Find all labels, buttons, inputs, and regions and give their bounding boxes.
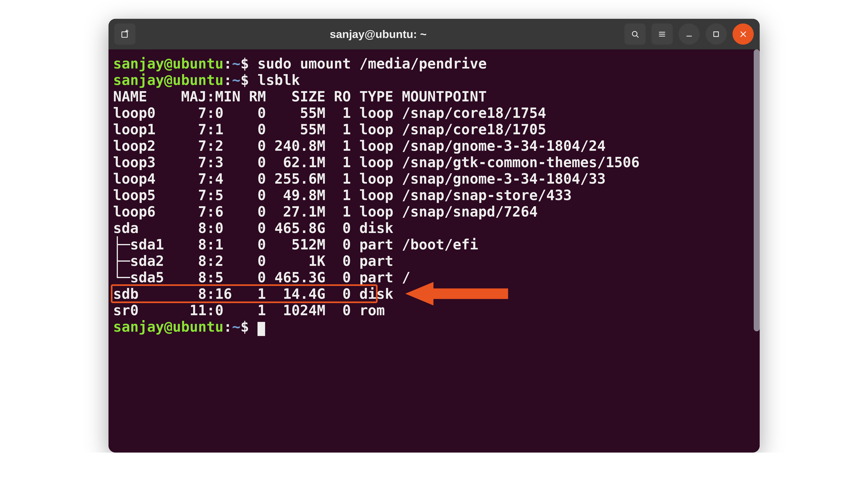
- maximize-icon: [711, 29, 721, 39]
- terminal-line: loop1 7:1 0 55M 1 loop /snap/core18/1705: [113, 121, 755, 138]
- highlight-box: [111, 284, 378, 303]
- new-tab-icon: [120, 29, 130, 39]
- terminal-line: ├─sda1 8:1 0 512M 0 part /boot/efi: [113, 236, 755, 253]
- maximize-button[interactable]: [706, 24, 727, 45]
- search-button[interactable]: [624, 24, 646, 45]
- terminal-window: sanjay@ubuntu: ~: [108, 19, 760, 453]
- terminal-line: loop5 7:5 0 49.8M 1 loop /snap/snap-stor…: [113, 187, 755, 203]
- close-icon: [739, 29, 748, 39]
- terminal-line: loop2 7:2 0 240.8M 1 loop /snap/gnome-3-…: [113, 138, 755, 154]
- close-button[interactable]: [733, 24, 754, 45]
- terminal-line: sda 8:0 0 465.8G 0 disk: [113, 220, 755, 236]
- minimize-button[interactable]: [679, 24, 700, 45]
- callout-arrow: [405, 280, 508, 308]
- search-icon: [630, 29, 640, 39]
- terminal-line: sanjay@ubuntu:~$: [113, 319, 755, 335]
- arrow-left-icon: [405, 280, 508, 308]
- terminal-line: sanjay@ubuntu:~$ sudo umount /media/pend…: [113, 56, 755, 72]
- terminal-line: loop6 7:6 0 27.1M 1 loop /snap/snapd/726…: [113, 203, 755, 220]
- terminal-line: ├─sda2 8:2 0 1K 0 part: [113, 253, 755, 269]
- terminal-line: sanjay@ubuntu:~$ lsblk: [113, 72, 755, 88]
- scrollbar[interactable]: [754, 50, 760, 331]
- new-tab-button[interactable]: [114, 24, 135, 45]
- minimize-icon: [684, 29, 694, 39]
- terminal-line: loop3 7:3 0 62.1M 1 loop /snap/gtk-commo…: [113, 154, 755, 171]
- hamburger-icon: [657, 29, 667, 39]
- titlebar: sanjay@ubuntu: ~: [108, 19, 760, 50]
- terminal-line: NAME MAJ:MIN RM SIZE RO TYPE MOUNTPOINT: [113, 88, 755, 105]
- svg-point-1: [632, 31, 637, 36]
- window-title: sanjay@ubuntu: ~: [142, 28, 615, 40]
- svg-rect-2: [714, 32, 718, 36]
- menu-button[interactable]: [652, 24, 673, 45]
- terminal-body[interactable]: sanjay@ubuntu:~$ sudo umount /media/pend…: [108, 50, 760, 453]
- terminal-line: loop0 7:0 0 55M 1 loop /snap/core18/1754: [113, 105, 755, 121]
- svg-rect-0: [122, 32, 127, 37]
- terminal-line: loop4 7:4 0 255.6M 1 loop /snap/gnome-3-…: [113, 171, 755, 187]
- svg-marker-3: [405, 282, 508, 305]
